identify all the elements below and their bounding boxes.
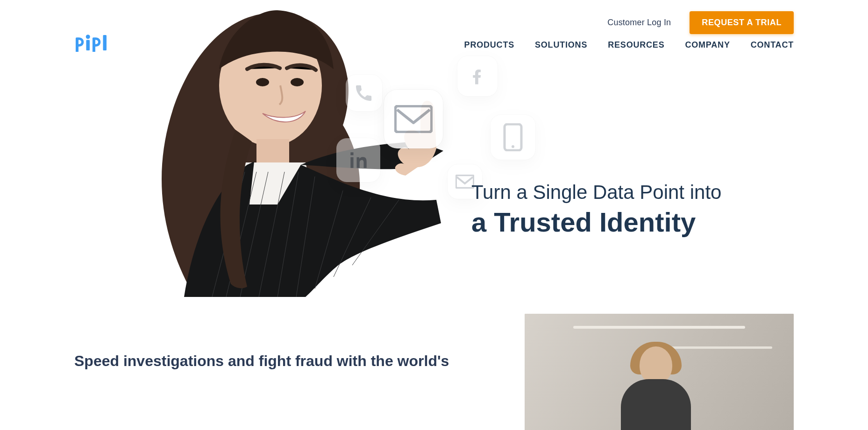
email-icon (384, 90, 443, 148)
promo-video-thumbnail[interactable] (525, 314, 794, 430)
page-header-area: Customer Log In REQUEST A TRIAL PRODUCTS… (74, 0, 794, 297)
video-person-avatar (616, 342, 696, 430)
phone-icon (346, 75, 382, 111)
svg-point-9 (512, 145, 514, 148)
hero-section: Turn a Single Data Point into a Trusted … (74, 0, 794, 297)
linkedin-icon (336, 138, 380, 182)
svg-rect-7 (395, 106, 432, 132)
section-two: Speed investigations and fight fraud wit… (0, 314, 868, 430)
hero-person-illustration (137, 4, 492, 297)
facebook-icon (457, 56, 498, 96)
section-two-copy: Speed investigations and fight fraud wit… (74, 314, 502, 430)
hero-headline: Turn a Single Data Point into a Trusted … (471, 180, 798, 238)
hero-headline-line2: a Trusted Identity (471, 207, 798, 238)
section-two-paragraph: Speed investigations and fight fraud wit… (74, 351, 502, 371)
svg-point-5 (291, 78, 304, 86)
mobile-icon (491, 115, 535, 160)
hero-headline-line1: Turn a Single Data Point into (471, 180, 798, 205)
svg-point-4 (256, 78, 269, 86)
